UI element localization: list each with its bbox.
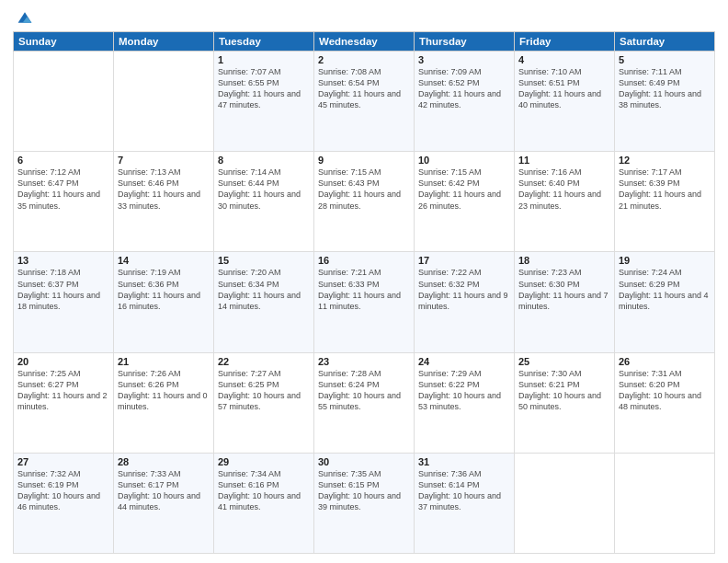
calendar-cell: 1Sunrise: 7:07 AM Sunset: 6:55 PM Daylig… (214, 52, 314, 152)
calendar-cell: 19Sunrise: 7:24 AM Sunset: 6:29 PM Dayli… (615, 252, 715, 352)
day-info: Sunrise: 7:16 AM Sunset: 6:40 PM Dayligh… (518, 167, 610, 212)
calendar-cell: 2Sunrise: 7:08 AM Sunset: 6:54 PM Daylig… (314, 52, 415, 152)
calendar-cell (114, 52, 214, 152)
day-number: 23 (318, 356, 410, 367)
calendar-cell: 24Sunrise: 7:29 AM Sunset: 6:22 PM Dayli… (415, 352, 515, 453)
logo-icon (17, 9, 33, 26)
day-info: Sunrise: 7:29 AM Sunset: 6:22 PM Dayligh… (418, 368, 510, 413)
day-number: 27 (17, 456, 109, 467)
weekday-header-thursday: Thursday (415, 32, 515, 52)
day-number: 24 (418, 356, 510, 367)
week-row-5: 27Sunrise: 7:32 AM Sunset: 6:19 PM Dayli… (14, 453, 715, 553)
calendar-cell: 6Sunrise: 7:12 AM Sunset: 6:47 PM Daylig… (14, 152, 114, 252)
weekday-header-tuesday: Tuesday (214, 32, 314, 52)
calendar-cell: 30Sunrise: 7:35 AM Sunset: 6:15 PM Dayli… (314, 453, 415, 553)
day-number: 20 (17, 356, 109, 367)
day-number: 9 (318, 155, 410, 166)
calendar-table: SundayMondayTuesdayWednesdayThursdayFrid… (13, 31, 715, 554)
day-number: 16 (318, 255, 410, 266)
day-number: 11 (518, 155, 610, 166)
day-info: Sunrise: 7:15 AM Sunset: 6:42 PM Dayligh… (418, 167, 510, 212)
calendar-cell: 25Sunrise: 7:30 AM Sunset: 6:21 PM Dayli… (515, 352, 615, 453)
calendar-cell: 15Sunrise: 7:20 AM Sunset: 6:34 PM Dayli… (214, 252, 314, 352)
weekday-header-saturday: Saturday (615, 32, 715, 52)
calendar-cell: 9Sunrise: 7:15 AM Sunset: 6:43 PM Daylig… (314, 152, 415, 252)
week-row-2: 6Sunrise: 7:12 AM Sunset: 6:47 PM Daylig… (14, 152, 715, 252)
day-info: Sunrise: 7:22 AM Sunset: 6:32 PM Dayligh… (418, 267, 510, 312)
logo (13, 9, 33, 26)
day-info: Sunrise: 7:25 AM Sunset: 6:27 PM Dayligh… (17, 368, 109, 413)
day-number: 1 (218, 54, 310, 65)
day-info: Sunrise: 7:35 AM Sunset: 6:15 PM Dayligh… (318, 468, 410, 513)
day-number: 13 (17, 255, 109, 266)
day-info: Sunrise: 7:20 AM Sunset: 6:34 PM Dayligh… (218, 267, 310, 312)
day-number: 6 (17, 155, 109, 166)
calendar-cell: 29Sunrise: 7:34 AM Sunset: 6:16 PM Dayli… (214, 453, 314, 553)
calendar-cell: 27Sunrise: 7:32 AM Sunset: 6:19 PM Dayli… (14, 453, 114, 553)
week-row-1: 1Sunrise: 7:07 AM Sunset: 6:55 PM Daylig… (14, 52, 715, 152)
calendar-cell: 3Sunrise: 7:09 AM Sunset: 6:52 PM Daylig… (415, 52, 515, 152)
main-container: SundayMondayTuesdayWednesdayThursdayFrid… (0, 0, 728, 563)
day-info: Sunrise: 7:07 AM Sunset: 6:55 PM Dayligh… (218, 66, 310, 111)
day-number: 2 (318, 54, 410, 65)
day-number: 26 (619, 356, 711, 367)
day-number: 7 (118, 155, 210, 166)
day-info: Sunrise: 7:19 AM Sunset: 6:36 PM Dayligh… (118, 267, 210, 312)
day-info: Sunrise: 7:27 AM Sunset: 6:25 PM Dayligh… (218, 368, 310, 413)
day-number: 29 (218, 456, 310, 467)
day-info: Sunrise: 7:36 AM Sunset: 6:14 PM Dayligh… (418, 468, 510, 513)
day-info: Sunrise: 7:13 AM Sunset: 6:46 PM Dayligh… (118, 167, 210, 212)
day-info: Sunrise: 7:34 AM Sunset: 6:16 PM Dayligh… (218, 468, 310, 513)
day-number: 30 (318, 456, 410, 467)
calendar-cell: 21Sunrise: 7:26 AM Sunset: 6:26 PM Dayli… (114, 352, 214, 453)
day-info: Sunrise: 7:23 AM Sunset: 6:30 PM Dayligh… (518, 267, 610, 312)
calendar-cell: 5Sunrise: 7:11 AM Sunset: 6:49 PM Daylig… (615, 52, 715, 152)
day-info: Sunrise: 7:15 AM Sunset: 6:43 PM Dayligh… (318, 167, 410, 212)
week-row-4: 20Sunrise: 7:25 AM Sunset: 6:27 PM Dayli… (14, 352, 715, 453)
day-number: 25 (518, 356, 610, 367)
day-number: 14 (118, 255, 210, 266)
calendar-cell: 8Sunrise: 7:14 AM Sunset: 6:44 PM Daylig… (214, 152, 314, 252)
day-info: Sunrise: 7:08 AM Sunset: 6:54 PM Dayligh… (318, 66, 410, 111)
day-info: Sunrise: 7:26 AM Sunset: 6:26 PM Dayligh… (118, 368, 210, 413)
logo-text (13, 9, 33, 26)
day-number: 15 (218, 255, 310, 266)
day-number: 22 (218, 356, 310, 367)
day-number: 18 (518, 255, 610, 266)
calendar-cell: 7Sunrise: 7:13 AM Sunset: 6:46 PM Daylig… (114, 152, 214, 252)
day-number: 4 (518, 54, 610, 65)
day-info: Sunrise: 7:33 AM Sunset: 6:17 PM Dayligh… (118, 468, 210, 513)
day-number: 17 (418, 255, 510, 266)
day-info: Sunrise: 7:10 AM Sunset: 6:51 PM Dayligh… (518, 66, 610, 111)
weekday-header-wednesday: Wednesday (314, 32, 415, 52)
calendar-cell (515, 453, 615, 553)
day-number: 5 (619, 54, 711, 65)
day-info: Sunrise: 7:31 AM Sunset: 6:20 PM Dayligh… (619, 368, 711, 413)
calendar-cell: 17Sunrise: 7:22 AM Sunset: 6:32 PM Dayli… (415, 252, 515, 352)
day-info: Sunrise: 7:24 AM Sunset: 6:29 PM Dayligh… (619, 267, 711, 312)
calendar-cell: 12Sunrise: 7:17 AM Sunset: 6:39 PM Dayli… (615, 152, 715, 252)
day-info: Sunrise: 7:30 AM Sunset: 6:21 PM Dayligh… (518, 368, 610, 413)
calendar-cell: 18Sunrise: 7:23 AM Sunset: 6:30 PM Dayli… (515, 252, 615, 352)
day-number: 28 (118, 456, 210, 467)
day-info: Sunrise: 7:11 AM Sunset: 6:49 PM Dayligh… (619, 66, 711, 111)
weekday-header-sunday: Sunday (14, 32, 114, 52)
week-row-3: 13Sunrise: 7:18 AM Sunset: 6:37 PM Dayli… (14, 252, 715, 352)
day-number: 21 (118, 356, 210, 367)
day-number: 8 (218, 155, 310, 166)
day-info: Sunrise: 7:32 AM Sunset: 6:19 PM Dayligh… (17, 468, 109, 513)
header (13, 9, 715, 26)
weekday-header-friday: Friday (515, 32, 615, 52)
calendar-cell: 28Sunrise: 7:33 AM Sunset: 6:17 PM Dayli… (114, 453, 214, 553)
calendar-cell: 22Sunrise: 7:27 AM Sunset: 6:25 PM Dayli… (214, 352, 314, 453)
day-number: 31 (418, 456, 510, 467)
day-info: Sunrise: 7:12 AM Sunset: 6:47 PM Dayligh… (17, 167, 109, 212)
weekday-header-monday: Monday (114, 32, 214, 52)
day-number: 3 (418, 54, 510, 65)
day-number: 19 (619, 255, 711, 266)
day-info: Sunrise: 7:09 AM Sunset: 6:52 PM Dayligh… (418, 66, 510, 111)
day-info: Sunrise: 7:28 AM Sunset: 6:24 PM Dayligh… (318, 368, 410, 413)
calendar-cell: 23Sunrise: 7:28 AM Sunset: 6:24 PM Dayli… (314, 352, 415, 453)
calendar-cell (615, 453, 715, 553)
calendar-cell: 11Sunrise: 7:16 AM Sunset: 6:40 PM Dayli… (515, 152, 615, 252)
